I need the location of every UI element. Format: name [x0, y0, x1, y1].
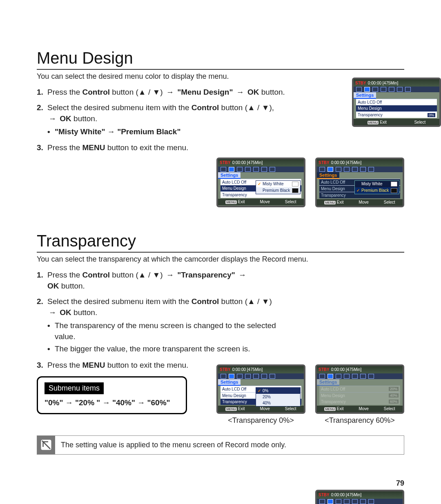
triangle-up-icon: ▲ — [138, 88, 146, 96]
popup-transparency-0: ✓0% 20% 40% — [256, 387, 301, 406]
note-text: The setting value is applied to the menu… — [55, 436, 404, 454]
step-2: 2. Select the desired submenu item with … — [37, 296, 290, 355]
menu-design-steps: 1. Press the Control button (▲ / ▼) → "M… — [37, 87, 290, 153]
lcd-menu-design-main: STBY0:00:00 [475Min] Settings Auto LCD O… — [352, 78, 441, 127]
intro-menu-design: You can select the desired menu color to… — [37, 72, 404, 81]
submenu-header: Submenu items — [45, 382, 104, 394]
section-title-transparency: Transparency — [37, 232, 404, 253]
caption-transparency-60: <Transparency 60%> — [315, 416, 404, 425]
step-3: 3. Press the MENU button to exit the men… — [37, 142, 290, 153]
lcd-transparency-0: STBY0:00:00 [475Min] Settings Auto LCD O… — [216, 364, 305, 414]
page-number: 79 — [396, 479, 404, 488]
check-icon: ✓ — [258, 182, 261, 186]
transparency-steps: 1. Press the Control button (▲ / ▼) → "T… — [37, 269, 290, 355]
section-title-menu-design: Menu Design — [37, 49, 404, 70]
popup-misty: ✓Misty White Premium Black — [256, 180, 301, 194]
submenu-items-box: Submenu items "0%" → "20% " → "40%" → "6… — [37, 376, 187, 414]
lcd-transparency-main: STBY0:00:00 [475Min] Settings Auto LCD O… — [315, 490, 404, 504]
caption-transparency-0: <Transparency 0%> — [216, 416, 305, 425]
menu-design-options: "Misty White" → "Premium Black" — [55, 126, 180, 138]
check-icon: ✓ — [356, 188, 360, 193]
lcd-premium-black: STBY0:00:00 [475Min] Settings Auto LCD O… — [315, 158, 404, 207]
step-1: 1. Press the Control button (▲ / ▼) → "T… — [37, 269, 290, 292]
triangle-down-icon: ▼ — [152, 88, 160, 96]
intro-transparency: You can select the transparency at which… — [37, 255, 404, 264]
submenu-items-list: "0%" → "20% " → "40%" → "60%" — [45, 398, 179, 407]
step-3: 3. Press the MENU button to exit the men… — [37, 360, 188, 371]
popup-premium: Misty White ✓Premium Black — [354, 180, 399, 194]
note-box: The setting value is applied to the menu… — [37, 435, 404, 455]
lcd-misty-white: STBY0:00:00 [475Min] Settings Auto LCD O… — [216, 158, 305, 207]
step-1: 1. Press the Control button (▲ / ▼) → "M… — [37, 87, 290, 98]
check-icon: ✓ — [258, 389, 261, 393]
note-icon — [37, 436, 55, 454]
step-2: 2. Select the desired submenu item with … — [37, 102, 290, 138]
lcd-transparency-60: STBY0:00:00 [475Min] Settings Auto LCD O… — [315, 364, 404, 414]
